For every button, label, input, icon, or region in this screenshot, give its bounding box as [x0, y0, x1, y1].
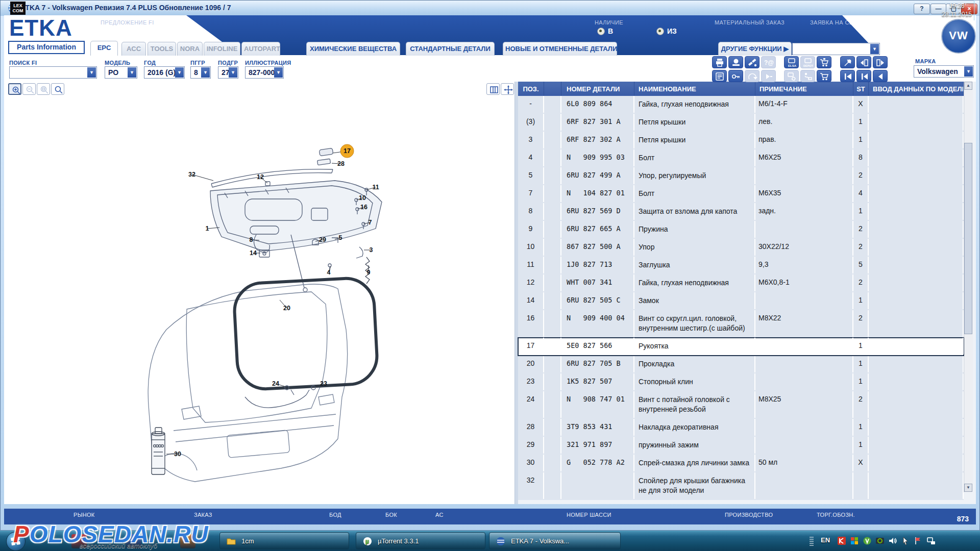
printer-icon[interactable]	[712, 56, 727, 68]
callout-30[interactable]: 30	[174, 450, 181, 458]
page-next-icon[interactable]	[873, 56, 888, 68]
column-header-ВВОД ДАННЫХ ПО МОДЕЛИ[interactable]: ВВОД ДАННЫХ ПО МОДЕЛИ	[869, 82, 964, 96]
language-indicator[interactable]: EN	[821, 536, 830, 544]
table-row-pos--[interactable]: -6L0 809 864Гайка, глухая неподвижнаяM6/…	[518, 96, 964, 114]
callout-3[interactable]: 3	[370, 246, 373, 254]
back-icon[interactable]	[873, 70, 888, 82]
filter-select-ПОДГР[interactable]: 27▼	[218, 66, 238, 79]
volume-icon[interactable]	[888, 536, 897, 545]
offer-value[interactable]: 61-GG000 001 "RUS" >>	[101, 27, 193, 36]
callout-11[interactable]: 11	[372, 184, 379, 191]
table-row-pos-24[interactable]: 24N 908 747 01Винт с потайной головкой с…	[518, 391, 964, 419]
taskbar-button-1cm[interactable]: 1cm	[219, 532, 349, 549]
table-row-pos-9[interactable]: 96RU 827 665 AПружина2	[518, 221, 964, 239]
callout-5[interactable]: 5	[339, 234, 342, 241]
chevron-down-icon[interactable]: ▼	[128, 67, 136, 78]
text-list-icon[interactable]	[712, 70, 727, 82]
callout-17[interactable]: 17	[344, 147, 351, 155]
kaspersky-icon[interactable]	[837, 536, 846, 545]
callout-32[interactable]: 32	[188, 171, 195, 178]
prev-page-icon[interactable]	[856, 70, 871, 82]
tab-химические-вещества[interactable]: ХИМИЧЕСКИЕ ВЕЩЕСТВА	[306, 42, 400, 56]
show-desktop-button[interactable]	[974, 0, 980, 20]
tray-flag-icon[interactable]	[914, 536, 923, 545]
chevron-down-icon[interactable]: ▼	[175, 67, 184, 78]
filter-select-ГОД[interactable]: 2016 (G)▼	[144, 66, 185, 79]
filter-select-ПОИСК FI[interactable]: ▼	[9, 66, 97, 79]
callout-24[interactable]: 24	[272, 380, 279, 387]
tab-новые-и-отмененные-детали[interactable]: НОВЫЕ И ОТМЕНЕННЫЕ ДЕТАЛИ	[503, 42, 617, 56]
tab-autopart[interactable]: AUTOPART	[241, 42, 280, 56]
callout-29[interactable]: 29	[319, 236, 326, 243]
table-row-pos-30[interactable]: 30G 052 778 A2Спрей-смазка для личинки з…	[518, 455, 964, 472]
chevron-down-icon[interactable]: ▼	[87, 67, 96, 78]
table-row-pos-10[interactable]: 10867 827 500 AУпор30X22/122	[518, 239, 964, 257]
page-prev-icon[interactable]	[856, 56, 871, 68]
table-row-pos-16[interactable]: 16N 909 400 04Винт со скругл.цил. головк…	[518, 310, 964, 338]
start-button[interactable]	[6, 532, 26, 551]
filter-select-ПГГР[interactable]: 8▼	[190, 66, 211, 79]
availability-radio-from[interactable]	[656, 28, 664, 35]
chevron-down-icon[interactable]: ▼	[229, 67, 237, 78]
darts-icon[interactable]	[745, 56, 760, 68]
tab-tools[interactable]: TOOLS	[148, 42, 176, 56]
callout-23[interactable]: 23	[320, 380, 327, 387]
nvidia-icon[interactable]	[875, 536, 885, 545]
callout-7[interactable]: 7	[369, 219, 372, 226]
key-icon[interactable]	[728, 70, 743, 82]
scroll-up-icon[interactable]: ▲	[964, 82, 972, 90]
table-row-pos-14[interactable]: 146RU 827 505 CЗамок1	[518, 292, 964, 310]
table-row-pos-32[interactable]: 32Спойлер для крышки багажника не для эт…	[518, 472, 964, 500]
taskbar-button-ETKA 7 - Volkswa...[interactable]: ETKA 7 - Volkswa...	[489, 532, 621, 549]
first-page-icon[interactable]	[840, 70, 855, 82]
callout-8[interactable]: 8	[250, 236, 253, 243]
zoom-out-icon[interactable]	[22, 83, 36, 95]
tab-infoline[interactable]: INFOLINE	[204, 42, 240, 56]
taskbar-grip[interactable]	[810, 536, 814, 546]
antivirus-icon[interactable]	[863, 536, 872, 545]
elsa-icon[interactable]: ELSA	[784, 56, 799, 68]
tab-acc[interactable]: ACC	[121, 42, 146, 56]
network-icon[interactable]	[926, 536, 936, 545]
tab-epc[interactable]: EPC	[90, 41, 118, 56]
scroll-down-icon[interactable]: ▼	[964, 484, 972, 492]
filter-select-МОДЕЛЬ[interactable]: PO▼	[105, 66, 137, 79]
carts-icon[interactable]	[817, 56, 831, 68]
tab-other-functions[interactable]: ДРУГИЕ ФУНКЦИИ ▶	[718, 42, 792, 56]
column-header-ST[interactable]: ST	[853, 82, 869, 96]
table-row-pos-12[interactable]: 12WHT 007 341Гайка, глухая неподвижнаяM6…	[518, 274, 964, 292]
table-row-pos-(3)[interactable]: (3)6RF 827 301 AПетля крышкилев.1	[518, 114, 964, 132]
quick-launch-icon-1[interactable]	[71, 534, 87, 548]
table-row-pos-11[interactable]: 111J0 827 713Заглушка9,35	[518, 257, 964, 274]
quick-launch-icon-3[interactable]	[180, 534, 195, 548]
availability-radio-in[interactable]	[597, 28, 605, 35]
move-icon[interactable]	[501, 83, 514, 95]
zoom-icon[interactable]	[51, 83, 64, 95]
tab-стандартные-детали[interactable]: СТАНДАРТНЫЕ ДЕТАЛИ	[406, 42, 495, 56]
quick-launch-icon-2[interactable]	[126, 534, 141, 548]
chevron-down-icon[interactable]: ▼	[201, 67, 210, 78]
pin-icon[interactable]	[840, 56, 855, 68]
callout-1[interactable]: 1	[206, 225, 209, 232]
tab-nora[interactable]: NORA	[177, 42, 203, 56]
table-row-pos-28[interactable]: 283T9 853 431Накладка декоративная1	[518, 419, 964, 437]
table-row-pos-3[interactable]: 36RF 827 302 AПетля крышкиправ.1	[518, 132, 964, 149]
column-header-ПРИМЕЧАНИЕ[interactable]: ПРИМЕЧАНИЕ	[755, 82, 853, 96]
zoom-in-icon[interactable]	[8, 83, 21, 95]
column-header-blank[interactable]	[544, 82, 561, 96]
callout-4[interactable]: 4	[327, 269, 331, 276]
windows-update-icon[interactable]	[850, 536, 859, 545]
help-window-button[interactable]: ?	[914, 4, 930, 14]
callout-20[interactable]: 20	[283, 305, 290, 312]
zoom-box-icon[interactable]	[37, 83, 50, 95]
material-order-label[interactable]: МАТЕРИАЛЬНЫЙ ЗАКАЗ	[715, 19, 785, 26]
table-scrollbar[interactable]: ▲ ▼	[964, 82, 973, 492]
taskbar-button-µTorrent 3.3.1[interactable]: µµTorrent 3.3.1	[356, 532, 485, 549]
cart-icon[interactable]	[817, 70, 831, 82]
brand-select[interactable]: Volkswagen▼	[914, 65, 974, 78]
column-header-НОМЕР ДЕТАЛИ[interactable]: НОМЕР ДЕТАЛИ	[561, 82, 634, 96]
callout-14[interactable]: 14	[250, 249, 257, 257]
callout-10[interactable]: 10	[359, 194, 366, 202]
scrollbar-thumb[interactable]	[964, 143, 972, 334]
callout-12[interactable]: 12	[257, 173, 264, 181]
